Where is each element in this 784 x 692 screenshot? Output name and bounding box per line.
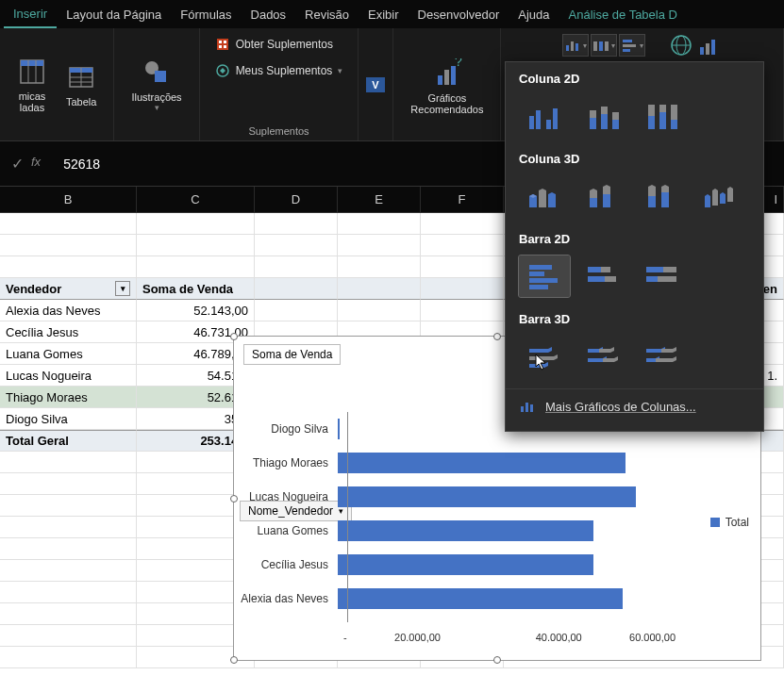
column-3d-option[interactable] bbox=[694, 175, 745, 217]
more-column-charts-option[interactable]: Mais Gráficos de Colunas... bbox=[506, 388, 763, 423]
chart-title[interactable]: Soma de Venda bbox=[243, 344, 341, 365]
clustered-bar-icon bbox=[525, 261, 563, 291]
line-chart-dropdown[interactable]: ▾ bbox=[591, 34, 617, 57]
tab-inserir[interactable]: Inserir bbox=[4, 1, 57, 28]
visio-button[interactable]: V bbox=[362, 72, 389, 98]
ilustracoes-button[interactable]: Ilustrações ▾ bbox=[124, 54, 189, 116]
chart-field-button[interactable]: Nome_Vendedor▾ bbox=[240, 501, 352, 521]
tab-revisao[interactable]: Revisão bbox=[295, 2, 359, 27]
stacked-column-3d-option[interactable] bbox=[577, 175, 628, 217]
tab-exibir[interactable]: Exibir bbox=[359, 2, 409, 27]
svg-text:?: ? bbox=[455, 58, 462, 69]
chart-bar[interactable] bbox=[338, 588, 623, 609]
svg-rect-30 bbox=[623, 44, 636, 47]
chart-plot-area[interactable]: Diogo SilvaThiago MoraesLucas NogueiraLu… bbox=[347, 412, 676, 622]
ribbon-group-suplementos-label: Suplementos bbox=[248, 124, 309, 139]
tab-formulas[interactable]: Fórmulas bbox=[171, 2, 241, 27]
chart-bar[interactable] bbox=[338, 419, 340, 439]
ribbon-group-suplementos: Obter Suplementos Meus Suplementos ▾ Sup… bbox=[200, 28, 359, 140]
svg-rect-14 bbox=[219, 45, 222, 48]
stacked-column-icon bbox=[584, 101, 622, 131]
svg-rect-20 bbox=[444, 70, 449, 85]
pivot-table-icon bbox=[17, 57, 47, 87]
resize-handle[interactable] bbox=[230, 333, 238, 340]
resize-handle[interactable] bbox=[230, 656, 238, 664]
clustered-column-3d-option[interactable] bbox=[519, 175, 570, 217]
ribbon-group-tabelas: micas ladas Tabela bbox=[0, 28, 114, 140]
svg-rect-65 bbox=[658, 276, 676, 282]
stacked-bar-3d-100-option[interactable] bbox=[636, 336, 687, 377]
stacked-bar-3d-option[interactable] bbox=[577, 336, 628, 377]
resize-handle[interactable] bbox=[493, 656, 501, 664]
pie-chart-dropdown[interactable]: ▾ bbox=[619, 34, 645, 57]
filter-vendedor-button[interactable]: ▾ bbox=[115, 281, 130, 296]
col-header-c[interactable]: C bbox=[137, 187, 255, 212]
clustered-column-option[interactable] bbox=[519, 95, 570, 137]
tabelas-dinamicas-button[interactable]: micas ladas bbox=[9, 53, 55, 117]
chart-bar-row: Thiago Moraes bbox=[347, 446, 676, 480]
clustered-column-icon bbox=[525, 101, 563, 131]
clustered-bar-3d-option[interactable] bbox=[519, 336, 570, 377]
svg-rect-55 bbox=[529, 272, 544, 276]
stacked-column-option[interactable] bbox=[577, 95, 628, 137]
resize-handle[interactable] bbox=[493, 333, 501, 340]
col-header-f[interactable]: F bbox=[421, 187, 504, 212]
formula-check-icon[interactable]: ✓ bbox=[11, 155, 24, 173]
chart-bar-label: Luana Gomes bbox=[225, 524, 338, 537]
chart-legend[interactable]: Total bbox=[710, 516, 749, 529]
menu-section-barra-3d: Barra 3D bbox=[519, 312, 750, 326]
header-vendedor[interactable]: Vendedor▾ bbox=[0, 278, 137, 300]
ribbon-group-graficos: ? Gráficos Recomendados bbox=[393, 28, 501, 140]
ilustracoes-label: Ilustrações bbox=[131, 91, 181, 103]
svg-rect-19 bbox=[438, 75, 442, 85]
table-icon bbox=[66, 62, 96, 92]
tabela-button[interactable]: Tabela bbox=[58, 58, 104, 111]
svg-rect-57 bbox=[529, 285, 548, 289]
svg-rect-63 bbox=[663, 267, 676, 272]
chart-bar[interactable] bbox=[338, 554, 593, 575]
graficos-recomendados-button[interactable]: ? Gráficos Recomendados bbox=[403, 55, 491, 119]
stacked-bar-option[interactable] bbox=[577, 255, 628, 297]
svg-rect-37 bbox=[711, 40, 715, 55]
svg-rect-1 bbox=[21, 60, 43, 66]
menu-section-coluna-3d: Coluna 3D bbox=[519, 152, 750, 166]
tab-layout[interactable]: Layout da Página bbox=[57, 2, 171, 27]
pivotchart-dropdown[interactable] bbox=[696, 34, 723, 57]
svg-rect-36 bbox=[706, 43, 709, 55]
meus-suplementos-button[interactable]: Meus Suplementos ▾ bbox=[209, 60, 349, 81]
chart-x-axis-labels: - 20.000,00 40.000,00 60.000,00 bbox=[347, 632, 676, 643]
svg-rect-53 bbox=[671, 105, 677, 120]
chart-bar[interactable] bbox=[338, 486, 636, 507]
svg-rect-48 bbox=[648, 116, 655, 129]
chart-bar[interactable] bbox=[338, 520, 593, 541]
tab-desenvolvedor[interactable]: Desenvolvedor bbox=[409, 2, 509, 27]
store-icon bbox=[215, 37, 230, 52]
fx-icon[interactable]: fx bbox=[31, 155, 41, 173]
tab-ajuda[interactable]: Ajuda bbox=[509, 2, 559, 27]
chart-bar-label: Cecília Jesus bbox=[225, 558, 338, 571]
header-soma[interactable]: Soma de Venda bbox=[137, 278, 255, 300]
chart-bar[interactable] bbox=[338, 453, 626, 473]
tab-dados[interactable]: Dados bbox=[242, 2, 296, 27]
svg-rect-23 bbox=[566, 45, 569, 51]
col-header-e[interactable]: E bbox=[338, 187, 421, 212]
chart-bar-label: Thiago Moraes bbox=[225, 456, 338, 470]
obter-suplementos-button[interactable]: Obter Suplementos bbox=[209, 34, 339, 55]
3d-100-bar-icon bbox=[642, 341, 680, 371]
recommended-charts-icon: ? bbox=[432, 58, 462, 89]
chart-bar-label: Diogo Silva bbox=[225, 422, 338, 436]
svg-rect-56 bbox=[529, 278, 558, 283]
stacked-column-100-option[interactable] bbox=[636, 95, 687, 137]
stacked-column-3d-100-option[interactable] bbox=[636, 175, 687, 217]
svg-rect-49 bbox=[648, 105, 655, 116]
clustered-bar-option[interactable] bbox=[519, 255, 570, 297]
svg-rect-52 bbox=[671, 120, 677, 129]
maps-dropdown[interactable] bbox=[668, 34, 694, 57]
column-chart-dropdown[interactable]: ▾ bbox=[562, 34, 589, 57]
3d-column-icon bbox=[525, 181, 563, 211]
tab-analise-tabela[interactable]: Análise de Tabela D bbox=[559, 2, 687, 27]
stacked-bar-100-option[interactable] bbox=[636, 255, 687, 297]
col-header-b[interactable]: B bbox=[0, 187, 137, 212]
chart-bar-row: Alexia das Neves bbox=[347, 582, 676, 616]
col-header-d[interactable]: D bbox=[255, 187, 338, 212]
